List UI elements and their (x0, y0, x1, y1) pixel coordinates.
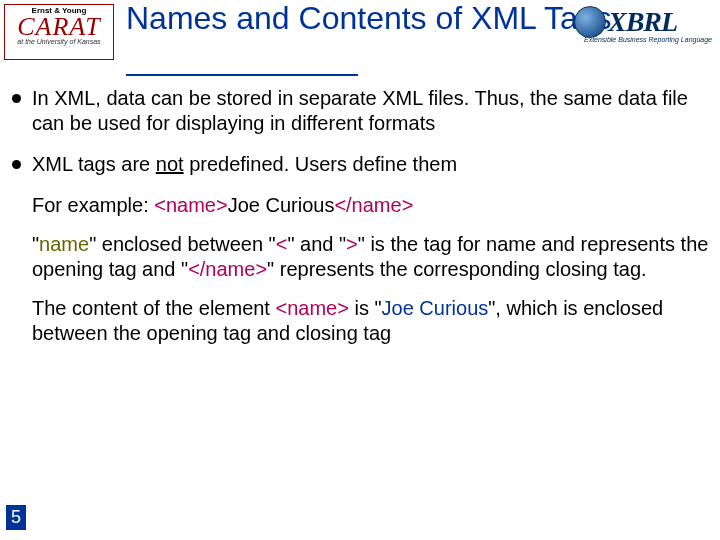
p3-gt: > (346, 233, 358, 255)
para-explain-tag: "name" enclosed between "<" and ">" is t… (8, 232, 712, 282)
p4-b: is " (349, 297, 382, 319)
page-number: 5 (6, 505, 26, 530)
carat-logo: Ernst & Young CARAT at the University of… (4, 4, 114, 60)
p3-name1: name (39, 233, 89, 255)
slide-header: Ernst & Young CARAT at the University of… (0, 0, 720, 78)
p3-closename: </name> (188, 258, 267, 280)
bullet-2-text-b: predefined. Users define them (184, 153, 458, 175)
carat-main-text: CARAT (5, 16, 113, 38)
p3-c: " and " (287, 233, 346, 255)
p4-joe: Joe Curious (382, 297, 489, 319)
p3-e: " represents the corresponding closing t… (267, 258, 647, 280)
title-underline (126, 74, 358, 76)
bullet-1: In XML, data can be stored in separate X… (8, 86, 712, 136)
bullet-2: XML tags are not predefined. Users defin… (8, 152, 712, 177)
para-explain-content: The content of the element <name> is "Jo… (8, 296, 712, 346)
p4-a: The content of the element (32, 297, 276, 319)
carat-sub-text: at the University of Kansas (5, 38, 113, 46)
example-label: For example: (32, 194, 154, 216)
example-content: Joe Curious (228, 194, 335, 216)
slide-body: In XML, data can be stored in separate X… (8, 86, 712, 360)
slide-title: Names and Contents of XML Tags (126, 0, 612, 36)
xbrl-logo: XBRL Extensible Business Reporting Langu… (574, 6, 714, 50)
xbrl-text: XBRL (608, 6, 677, 38)
p3-lt: < (276, 233, 288, 255)
example-close-tag: </name> (334, 194, 413, 216)
example-open-tag: <name> (154, 194, 227, 216)
globe-icon (574, 6, 606, 38)
xbrl-subtitle: Extensible Business Reporting Language (574, 36, 714, 43)
bullet-2-text-a: XML tags are (32, 153, 156, 175)
example-line: For example: <name>Joe Curious</name> (8, 193, 712, 218)
bullet-2-not: not (156, 153, 184, 175)
p3-b: " enclosed between " (89, 233, 276, 255)
bullet-list: In XML, data can be stored in separate X… (8, 86, 712, 177)
p4-name: <name> (276, 297, 349, 319)
bullet-1-text: In XML, data can be stored in separate X… (32, 87, 688, 134)
